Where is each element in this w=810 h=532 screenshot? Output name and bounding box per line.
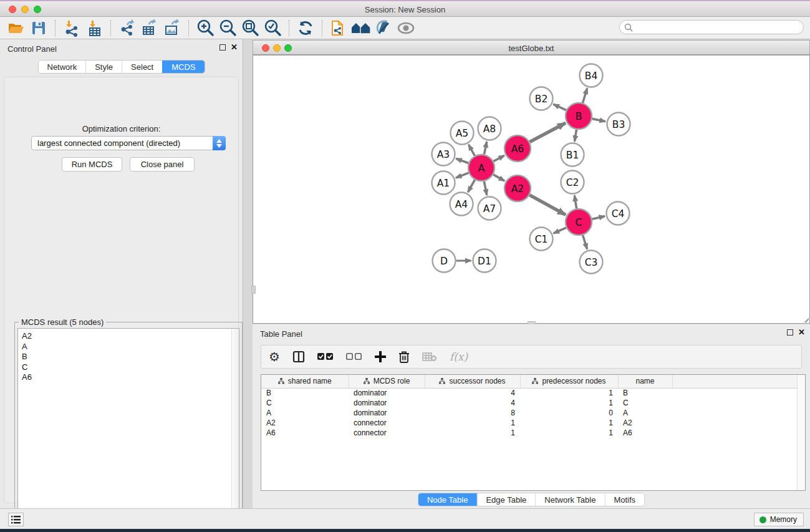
edge-A-A5[interactable] [468,145,475,156]
cell-successor-nodes[interactable]: 1 [425,418,520,428]
edge-B-B1[interactable] [574,130,576,142]
show-graphics-details-button[interactable] [395,19,417,37]
node-table[interactable]: shared nameMCDS rolesuccessor nodesprede… [261,374,806,491]
edge-A2-C[interactable] [529,195,566,215]
result-list-item[interactable]: A6 [22,372,239,383]
network-canvas[interactable]: B4B2BB3A5A8A6A3B1AA1C2A2A4A7CC4C1C3DD1 [253,55,810,324]
node-C3[interactable]: C3 [580,251,603,274]
cell-predecessor-nodes[interactable]: 1 [520,388,618,398]
node-B4[interactable]: B4 [580,64,603,87]
node-A2[interactable]: A2 [504,175,531,201]
close-panel-icon[interactable]: ✕ [231,44,238,51]
result-list-scrollbar[interactable] [231,329,239,532]
table-row[interactable]: A6connector11A6 [261,428,798,438]
import-network-button[interactable] [60,19,83,37]
cell-shared-name[interactable]: C [261,398,349,408]
edge-C-C2[interactable] [574,195,576,208]
tab-select[interactable]: Select [122,60,162,73]
edge-A-A4[interactable] [468,180,475,192]
close-table-panel-icon[interactable]: ✕ [798,329,805,336]
search-input[interactable] [635,23,803,32]
cell-MCDS-role[interactable]: connector [349,428,425,438]
tab-node-table[interactable]: Node Table [418,493,477,506]
cell-shared-name[interactable]: B [261,388,349,398]
cell-name[interactable]: A [618,408,672,418]
node-A4[interactable]: A4 [450,193,473,216]
node-C2[interactable]: C2 [561,171,584,194]
node-C[interactable]: C [566,209,592,235]
criterion-dropdown[interactable]: largest connected component (directed) [31,136,226,150]
result-list-item[interactable]: B [22,352,239,362]
cell-name[interactable]: C [618,398,672,408]
column-header-name[interactable]: name [618,375,672,388]
edge-C-C1[interactable] [554,228,566,233]
node-A1[interactable]: A1 [432,172,455,195]
table-row[interactable]: Bdominator41B [261,388,798,398]
zoom-fit-button[interactable] [239,19,261,37]
edge-A-A3[interactable] [456,158,468,163]
table-scrollbar[interactable] [797,375,805,490]
import-table-button[interactable] [83,19,105,37]
zoom-in-button[interactable] [194,19,216,37]
tab-motifs[interactable]: Motifs [604,493,644,506]
column-header-predecessor-nodes[interactable]: predecessor nodes [520,375,618,388]
table-settings-button[interactable]: ⚙ [269,347,280,366]
node-A8[interactable]: A8 [478,117,501,140]
mcds-result-list[interactable]: A2ABCA6 [17,328,239,532]
node-D1[interactable]: D1 [473,249,496,273]
task-history-button[interactable] [8,513,24,526]
cell-name[interactable]: A6 [618,428,672,438]
tab-edge-table[interactable]: Edge Table [476,493,535,506]
network-window-titlebar[interactable]: testGlobe.txt [253,40,810,55]
edge-A-A7[interactable] [484,181,486,195]
hide-graphics-details-button[interactable] [372,19,395,37]
node-B1[interactable]: B1 [561,143,584,167]
canvas-vertical-scrollthumb[interactable] [251,286,256,294]
tab-network-table[interactable]: Network Table [535,493,604,506]
cell-predecessor-nodes[interactable]: 1 [520,418,618,428]
node-A3[interactable]: A3 [432,143,455,166]
cell-predecessor-nodes[interactable]: 1 [520,398,618,408]
float-table-panel-icon[interactable] [787,329,793,336]
float-panel-icon[interactable] [219,44,226,51]
node-C1[interactable]: C1 [530,228,553,251]
open-file-button[interactable] [5,19,27,37]
node-B3[interactable]: B3 [607,113,630,136]
edge-A-A6[interactable] [493,155,504,161]
first-neighbors-button[interactable] [350,19,372,37]
cell-shared-name[interactable]: A2 [261,418,349,428]
result-list-item[interactable]: A2 [22,331,239,342]
node-A7[interactable]: A7 [478,197,501,220]
edge-A-A2[interactable] [493,175,504,181]
cell-predecessor-nodes[interactable]: 1 [520,428,618,438]
result-list-item[interactable]: C [22,362,239,373]
cell-name[interactable]: B [618,388,672,398]
cell-successor-nodes[interactable]: 4 [425,398,520,408]
select-all-button[interactable] [317,347,334,366]
zoom-selected-button[interactable] [261,19,284,37]
node-A5[interactable]: A5 [451,122,474,145]
save-session-button[interactable] [27,19,50,37]
edge-A6-B[interactable] [529,123,565,142]
zoom-out-button[interactable] [216,19,239,37]
run-mcds-button[interactable]: Run MCDS [62,157,122,172]
node-B[interactable]: B [566,103,592,129]
cell-MCDS-role[interactable]: connector [349,418,425,428]
node-B2[interactable]: B2 [530,87,553,110]
edge-B-B4[interactable] [582,89,587,103]
cell-shared-name[interactable]: A6 [261,428,349,438]
export-network-button[interactable] [116,19,138,37]
network-graph[interactable]: B4B2BB3A5A8A6A3B1AA1C2A2A4A7CC4C1C3DD1 [253,56,809,323]
cell-MCDS-role[interactable]: dominator [349,408,425,418]
resize-grip-icon[interactable] [801,314,809,322]
unselect-all-button[interactable] [346,347,362,366]
cell-predecessor-nodes[interactable]: 0 [520,408,618,418]
cell-shared-name[interactable]: A [261,408,349,418]
cell-name[interactable]: A2 [618,418,672,428]
refresh-button[interactable] [294,19,317,37]
close-panel-button[interactable]: Close panel [130,157,195,172]
cell-successor-nodes[interactable]: 4 [425,388,520,398]
table-row[interactable]: Adominator80A [261,408,798,418]
export-table-button[interactable] [138,19,161,37]
delete-table-button[interactable] [422,347,437,366]
